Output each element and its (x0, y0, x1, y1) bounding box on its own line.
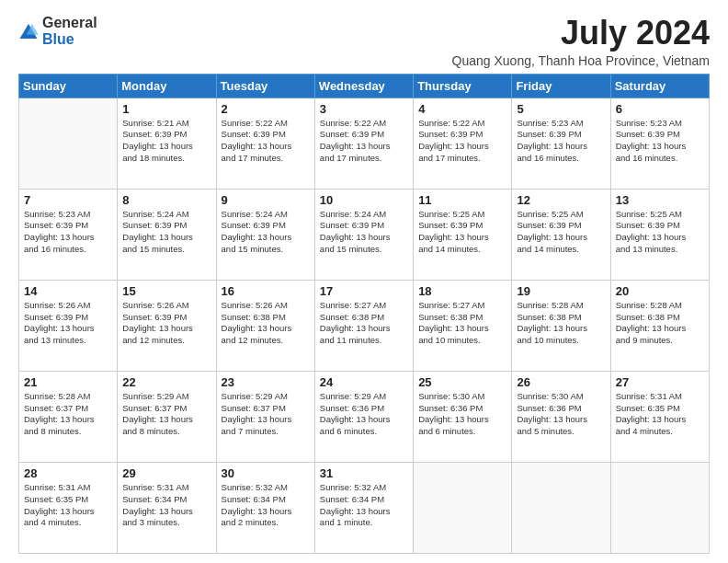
calendar-cell: 13Sunrise: 5:25 AM Sunset: 6:39 PM Dayli… (610, 189, 709, 280)
calendar-cell: 15Sunrise: 5:26 AM Sunset: 6:39 PM Dayli… (118, 280, 216, 371)
calendar-cell: 28Sunrise: 5:31 AM Sunset: 6:35 PM Dayli… (19, 462, 118, 553)
calendar-cell: 26Sunrise: 5:30 AM Sunset: 6:36 PM Dayli… (512, 371, 610, 462)
day-info: Sunrise: 5:27 AM Sunset: 6:38 PM Dayligh… (320, 300, 408, 347)
day-info: Sunrise: 5:22 AM Sunset: 6:39 PM Dayligh… (418, 118, 506, 165)
logo-general: General (42, 15, 97, 30)
day-number: 9 (222, 193, 310, 207)
calendar-cell: 1Sunrise: 5:21 AM Sunset: 6:39 PM Daylig… (118, 98, 216, 189)
day-info: Sunrise: 5:29 AM Sunset: 6:37 PM Dayligh… (222, 391, 310, 438)
calendar-cell: 14Sunrise: 5:26 AM Sunset: 6:39 PM Dayli… (19, 280, 118, 371)
day-number: 8 (122, 193, 210, 207)
calendar-cell: 31Sunrise: 5:32 AM Sunset: 6:34 PM Dayli… (314, 462, 413, 553)
day-info: Sunrise: 5:24 AM Sunset: 6:39 PM Dayligh… (320, 209, 408, 256)
day-info: Sunrise: 5:28 AM Sunset: 6:38 PM Dayligh… (517, 300, 605, 347)
day-number: 12 (517, 193, 605, 207)
day-number: 27 (616, 375, 704, 389)
day-number: 23 (222, 375, 310, 389)
day-info: Sunrise: 5:24 AM Sunset: 6:39 PM Dayligh… (222, 209, 310, 256)
day-info: Sunrise: 5:26 AM Sunset: 6:38 PM Dayligh… (222, 300, 310, 347)
calendar-cell (512, 462, 610, 553)
day-info: Sunrise: 5:22 AM Sunset: 6:39 PM Dayligh… (222, 118, 310, 165)
day-info: Sunrise: 5:31 AM Sunset: 6:35 PM Dayligh… (616, 391, 704, 438)
day-info: Sunrise: 5:23 AM Sunset: 6:39 PM Dayligh… (517, 118, 605, 165)
logo-blue: Blue (42, 31, 74, 47)
day-number: 18 (418, 284, 506, 298)
calendar-cell: 19Sunrise: 5:28 AM Sunset: 6:38 PM Dayli… (512, 280, 610, 371)
calendar-cell: 8Sunrise: 5:24 AM Sunset: 6:39 PM Daylig… (118, 189, 216, 280)
day-info: Sunrise: 5:32 AM Sunset: 6:34 PM Dayligh… (222, 482, 310, 529)
calendar-cell: 24Sunrise: 5:29 AM Sunset: 6:36 PM Dayli… (314, 371, 413, 462)
day-info: Sunrise: 5:29 AM Sunset: 6:37 PM Dayligh… (122, 391, 210, 438)
calendar-cell: 12Sunrise: 5:25 AM Sunset: 6:39 PM Dayli… (512, 189, 610, 280)
calendar-cell (19, 98, 118, 189)
calendar-cell: 2Sunrise: 5:22 AM Sunset: 6:39 PM Daylig… (216, 98, 314, 189)
calendar-cell: 6Sunrise: 5:23 AM Sunset: 6:39 PM Daylig… (610, 98, 709, 189)
day-info: Sunrise: 5:22 AM Sunset: 6:39 PM Dayligh… (320, 118, 408, 165)
calendar-week-row-5: 28Sunrise: 5:31 AM Sunset: 6:35 PM Dayli… (19, 462, 710, 553)
calendar-cell (610, 462, 709, 553)
logo: General Blue (18, 15, 97, 47)
calendar-cell: 16Sunrise: 5:26 AM Sunset: 6:38 PM Dayli… (216, 280, 314, 371)
page: General Blue July 2024 Quang Xuong, Than… (0, 0, 728, 563)
calendar-header-row: SundayMondayTuesdayWednesdayThursdayFrid… (19, 74, 710, 98)
day-number: 4 (418, 102, 506, 116)
day-info: Sunrise: 5:25 AM Sunset: 6:39 PM Dayligh… (616, 209, 704, 256)
location: Quang Xuong, Thanh Hoa Province, Vietnam (452, 53, 710, 68)
day-info: Sunrise: 5:23 AM Sunset: 6:39 PM Dayligh… (24, 209, 112, 256)
day-info: Sunrise: 5:25 AM Sunset: 6:39 PM Dayligh… (418, 209, 506, 256)
day-info: Sunrise: 5:30 AM Sunset: 6:36 PM Dayligh… (517, 391, 605, 438)
calendar-cell: 9Sunrise: 5:24 AM Sunset: 6:39 PM Daylig… (216, 189, 314, 280)
calendar-cell: 18Sunrise: 5:27 AM Sunset: 6:38 PM Dayli… (414, 280, 512, 371)
day-number: 2 (222, 102, 310, 116)
day-number: 13 (616, 193, 704, 207)
day-number: 15 (122, 284, 210, 298)
calendar-cell: 11Sunrise: 5:25 AM Sunset: 6:39 PM Dayli… (414, 189, 512, 280)
calendar-week-row-4: 21Sunrise: 5:28 AM Sunset: 6:37 PM Dayli… (19, 371, 710, 462)
day-number: 28 (24, 466, 112, 480)
day-info: Sunrise: 5:30 AM Sunset: 6:36 PM Dayligh… (418, 391, 506, 438)
calendar-header-wednesday: Wednesday (314, 74, 413, 98)
calendar-header-sunday: Sunday (19, 74, 118, 98)
calendar-cell: 27Sunrise: 5:31 AM Sunset: 6:35 PM Dayli… (610, 371, 709, 462)
day-number: 29 (122, 466, 210, 480)
day-number: 1 (122, 102, 210, 116)
day-info: Sunrise: 5:28 AM Sunset: 6:37 PM Dayligh… (24, 391, 112, 438)
day-number: 7 (24, 193, 112, 207)
day-info: Sunrise: 5:26 AM Sunset: 6:39 PM Dayligh… (122, 300, 210, 347)
day-number: 10 (320, 193, 408, 207)
calendar-table: SundayMondayTuesdayWednesdayThursdayFrid… (18, 74, 710, 554)
calendar-cell: 17Sunrise: 5:27 AM Sunset: 6:38 PM Dayli… (314, 280, 413, 371)
calendar-header-tuesday: Tuesday (216, 74, 314, 98)
day-number: 19 (517, 284, 605, 298)
calendar-cell: 10Sunrise: 5:24 AM Sunset: 6:39 PM Dayli… (314, 189, 413, 280)
calendar-cell: 30Sunrise: 5:32 AM Sunset: 6:34 PM Dayli… (216, 462, 314, 553)
day-number: 17 (320, 284, 408, 298)
day-info: Sunrise: 5:29 AM Sunset: 6:36 PM Dayligh… (320, 391, 408, 438)
calendar-week-row-1: 1Sunrise: 5:21 AM Sunset: 6:39 PM Daylig… (19, 98, 710, 189)
calendar-cell: 21Sunrise: 5:28 AM Sunset: 6:37 PM Dayli… (19, 371, 118, 462)
calendar-cell: 25Sunrise: 5:30 AM Sunset: 6:36 PM Dayli… (414, 371, 512, 462)
header: General Blue July 2024 Quang Xuong, Than… (18, 15, 710, 68)
logo-icon (18, 21, 39, 41)
day-number: 14 (24, 284, 112, 298)
day-number: 24 (320, 375, 408, 389)
day-number: 21 (24, 375, 112, 389)
day-info: Sunrise: 5:23 AM Sunset: 6:39 PM Dayligh… (616, 118, 704, 165)
calendar-header-saturday: Saturday (610, 74, 709, 98)
day-number: 22 (122, 375, 210, 389)
calendar-cell: 4Sunrise: 5:22 AM Sunset: 6:39 PM Daylig… (414, 98, 512, 189)
day-info: Sunrise: 5:26 AM Sunset: 6:39 PM Dayligh… (24, 300, 112, 347)
day-number: 6 (616, 102, 704, 116)
calendar-cell: 5Sunrise: 5:23 AM Sunset: 6:39 PM Daylig… (512, 98, 610, 189)
day-number: 3 (320, 102, 408, 116)
calendar-cell: 7Sunrise: 5:23 AM Sunset: 6:39 PM Daylig… (19, 189, 118, 280)
title-block: July 2024 Quang Xuong, Thanh Hoa Provinc… (452, 15, 710, 68)
calendar-week-row-3: 14Sunrise: 5:26 AM Sunset: 6:39 PM Dayli… (19, 280, 710, 371)
calendar-header-monday: Monday (118, 74, 216, 98)
day-number: 25 (418, 375, 506, 389)
day-info: Sunrise: 5:21 AM Sunset: 6:39 PM Dayligh… (122, 118, 210, 165)
month-title: July 2024 (452, 15, 710, 52)
day-number: 11 (418, 193, 506, 207)
day-info: Sunrise: 5:24 AM Sunset: 6:39 PM Dayligh… (122, 209, 210, 256)
calendar-cell (414, 462, 512, 553)
